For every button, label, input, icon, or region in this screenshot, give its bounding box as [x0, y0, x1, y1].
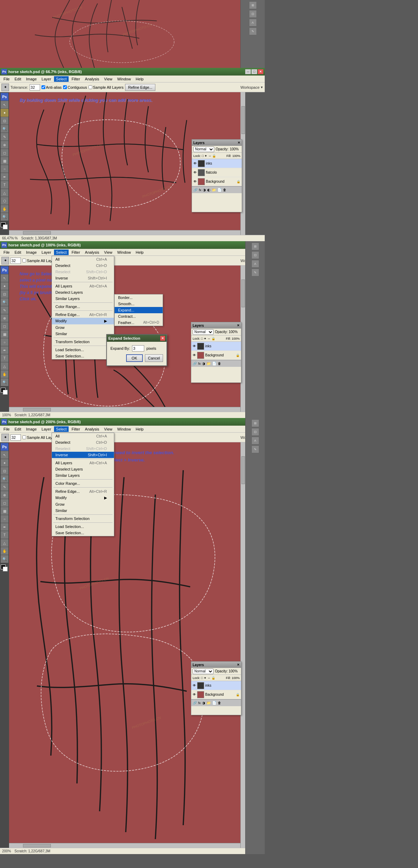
tool-btn-2j[interactable]: ✒: [1, 346, 8, 354]
submenu-smooth[interactable]: Smooth...: [115, 301, 163, 307]
tolerance-input-3[interactable]: [10, 434, 21, 441]
tool-eyedrop-1[interactable]: 🔍: [1, 125, 8, 133]
tool-3-i[interactable]: ○: [1, 515, 8, 523]
contiguous-check-1[interactable]: Contiguous: [63, 85, 87, 89]
r-icon-3c[interactable]: A: [251, 437, 259, 444]
scrollbar-v-3[interactable]: [240, 442, 245, 848]
menu-image-2[interactable]: Image: [24, 250, 39, 255]
layer-row-inks-1[interactable]: 👁 inks: [192, 159, 242, 168]
right-icon-2[interactable]: ⊡: [249, 10, 257, 18]
menu-analysis-3[interactable]: Analysis: [83, 426, 101, 432]
menu-layer-2[interactable]: Layer: [39, 250, 53, 255]
tool-3-j[interactable]: ✒: [1, 523, 8, 531]
menu-window-2[interactable]: Window: [115, 250, 133, 255]
tool-eraser-1[interactable]: ◻: [1, 149, 8, 157]
menu-analysis-1[interactable]: Analysis: [83, 76, 101, 82]
blending-select-2[interactable]: Normal: [193, 329, 214, 335]
mask-icon-1[interactable]: ◑: [203, 188, 206, 192]
tool-btn-2g[interactable]: ◻: [1, 322, 8, 330]
tool-btn-2k[interactable]: T: [1, 354, 8, 362]
right-icon-1[interactable]: ⊞: [249, 1, 257, 9]
tool-crop-1[interactable]: ⊡: [1, 117, 8, 125]
menu-modify[interactable]: Modify▶: [52, 318, 114, 324]
menu-edit-3[interactable]: Edit: [13, 426, 23, 432]
right-icon-4[interactable]: ✎: [249, 27, 257, 35]
adj-icon-1[interactable]: ◐: [207, 188, 210, 192]
menu3-similar[interactable]: Similar: [52, 507, 114, 514]
tool-btn-2c[interactable]: ⊡: [1, 290, 8, 298]
new-icon-1[interactable]: 📄: [217, 188, 222, 192]
antialias-check-1[interactable]: Anti-alias: [41, 85, 62, 89]
menu-select-2[interactable]: Select: [54, 250, 69, 255]
menu3-grow[interactable]: Grow: [52, 501, 114, 507]
tool-3d-1[interactable]: ⬡: [1, 197, 8, 205]
menu3-deselect[interactable]: DeselectCtrl+D: [52, 439, 114, 445]
trash-icon-1[interactable]: 🗑: [223, 188, 226, 192]
tool-zoom-1[interactable]: 🔍: [1, 213, 8, 221]
menu-analysis-2[interactable]: Analysis: [83, 250, 101, 255]
menu-file-3[interactable]: File: [1, 426, 12, 432]
menu-all[interactable]: AllCtrl+A: [52, 256, 114, 262]
tool-3-f[interactable]: ⊕: [1, 491, 8, 499]
blending-select-1[interactable]: Normal: [193, 147, 214, 152]
menu-view-3[interactable]: View: [102, 426, 115, 432]
layer-row-flatcolo-1[interactable]: 👁 flatcolo: [192, 168, 242, 177]
menu-filter-1[interactable]: Filter: [69, 76, 82, 82]
tool-3-l[interactable]: △: [1, 539, 8, 547]
r-icon-3d[interactable]: ✎: [251, 445, 259, 453]
tool-btn-2l[interactable]: △: [1, 362, 8, 370]
tool-3-g[interactable]: ◻: [1, 499, 8, 507]
blending-select-3[interactable]: Normal: [193, 669, 214, 674]
menu3-refine-edge[interactable]: Refine Edge...Alt+Ctrl+R: [52, 488, 114, 495]
submenu-contract[interactable]: Contract...: [115, 313, 163, 319]
tool-clone-1[interactable]: ⊕: [1, 141, 8, 149]
menu-inverse[interactable]: InverseShift+Ctrl+I: [52, 275, 114, 281]
tool-btn-2i[interactable]: ○: [1, 338, 8, 346]
scrollbar-h-2[interactable]: [9, 407, 240, 412]
tool-3-n[interactable]: 🔍: [1, 555, 8, 563]
tool-gradient-1[interactable]: ▦: [1, 157, 8, 165]
menu3-inverse[interactable]: InverseShift+Ctrl+I: [52, 452, 114, 458]
menu-edit-1[interactable]: Edit: [13, 76, 23, 82]
layers-close-1[interactable]: ✕: [238, 141, 240, 144]
layer-eye-1[interactable]: 👁: [193, 161, 197, 165]
r-icon-2b[interactable]: ⊡: [251, 251, 259, 259]
tool-dodge-1[interactable]: ○: [1, 165, 8, 173]
menu3-color-range[interactable]: Color Range...: [52, 480, 114, 487]
menu-window-3[interactable]: Window: [115, 426, 133, 432]
tool-text-1[interactable]: T: [1, 181, 8, 189]
right-icon-3[interactable]: A: [249, 19, 257, 26]
r-icon-2c[interactable]: A: [251, 260, 259, 268]
ps-close-1[interactable]: ✕: [258, 69, 263, 74]
menu3-modify[interactable]: Modify▶: [52, 495, 114, 501]
menu3-load-selection[interactable]: Load Selection...: [52, 523, 114, 530]
fx-icon-1[interactable]: fx: [199, 188, 201, 192]
tool-3-b[interactable]: ✦: [1, 459, 8, 467]
tool-3-h[interactable]: ▦: [1, 507, 8, 515]
tool-3-k[interactable]: T: [1, 531, 8, 539]
workspace-dropdown-1[interactable]: Workspace ▼: [240, 85, 263, 89]
layer-row-inks-2[interactable]: 👁 inks: [191, 342, 241, 351]
submenu-feather[interactable]: Feather...Alt+Ctrl+D: [115, 319, 163, 326]
menu-layer-1[interactable]: Layer: [39, 76, 53, 82]
menu-help-3[interactable]: Help: [134, 426, 146, 432]
tool-btn-2f[interactable]: ⊕: [1, 314, 8, 322]
expand-ok-btn[interactable]: OK: [126, 354, 143, 362]
expand-dialog-close[interactable]: ✕: [160, 336, 165, 341]
menu-help-2[interactable]: Help: [134, 250, 146, 255]
ps-maximize-1[interactable]: □: [251, 69, 257, 74]
layer-row-bg-1[interactable]: 👁 Background 🔒: [192, 177, 242, 186]
menu-similar[interactable]: Similar: [52, 331, 114, 337]
tool-hand-1[interactable]: ✋: [1, 205, 8, 213]
tool-brush-1[interactable]: ✎: [1, 133, 8, 141]
layer-row-bg-2[interactable]: 👁 Background 🔒: [191, 351, 241, 360]
menu-save-selection[interactable]: Save Selection...: [52, 353, 114, 359]
tool-btn-2b[interactable]: ✦: [1, 282, 8, 290]
layer-eye-flatcolo-1[interactable]: 👁: [193, 171, 197, 174]
menu-layer-3[interactable]: Layer: [39, 426, 53, 432]
tool-btn-2d[interactable]: 🔍: [1, 298, 8, 306]
tool-3-m[interactable]: ✋: [1, 547, 8, 555]
layers-close-2[interactable]: ✕: [237, 324, 240, 327]
submenu-expand[interactable]: Expand...: [115, 307, 163, 313]
tool-btn-2n[interactable]: 🔍: [1, 378, 8, 386]
